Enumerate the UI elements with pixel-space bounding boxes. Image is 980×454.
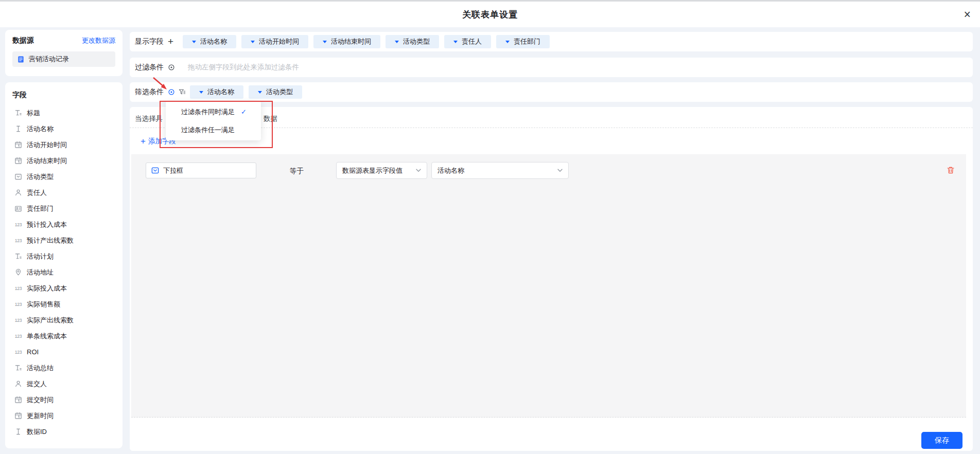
- dropdown-option-all-match[interactable]: 过滤条件同时满足 ✓: [166, 103, 261, 121]
- chevron-down-icon: [416, 169, 421, 172]
- field-item-expected-leads[interactable]: 123预计产出线索数: [12, 232, 115, 248]
- filter-conditions-row[interactable]: 过滤条件 拖动左侧字段到此处来添加过滤条件: [130, 58, 973, 77]
- tag-label: 活动结束时间: [331, 37, 371, 46]
- display-field-tag[interactable]: 活动名称: [183, 35, 236, 48]
- tag-label: 活动开始时间: [259, 37, 299, 46]
- field-label: 活动类型: [27, 172, 54, 181]
- target-icon: [168, 64, 175, 71]
- field-label: 单条线索成本: [27, 332, 67, 341]
- calendar-icon: [14, 141, 22, 149]
- number-icon: 123: [14, 318, 22, 323]
- number-icon: 123: [14, 302, 22, 307]
- field-item-update-time[interactable]: 更新时间: [12, 408, 115, 424]
- delete-condition-icon[interactable]: [947, 166, 955, 174]
- display-field-tag[interactable]: 责任人: [444, 35, 491, 48]
- caret-down-icon: [192, 41, 196, 43]
- display-field-tag[interactable]: 责任部门: [496, 35, 550, 48]
- select-icon: [14, 173, 22, 180]
- caret-down-icon: [453, 41, 458, 43]
- field-item-activity-name[interactable]: 活动名称: [12, 121, 115, 137]
- field-label: 实际销售额: [27, 300, 60, 309]
- field-item-submit-time[interactable]: 提交时间: [12, 392, 115, 408]
- field-label: 责任部门: [27, 204, 54, 213]
- display-field-tag[interactable]: 活动结束时间: [313, 35, 380, 48]
- number-icon: 123: [14, 350, 22, 355]
- field-item-activity-type[interactable]: 活动类型: [12, 169, 115, 185]
- tag-label: 活动类型: [403, 37, 430, 46]
- select-field-icon: [151, 167, 159, 174]
- close-icon[interactable]: ×: [964, 8, 971, 21]
- target-icon[interactable]: [168, 88, 175, 96]
- field-label: 责任人: [27, 188, 47, 197]
- screen-conditions-label: 筛选条件: [135, 87, 164, 97]
- display-field-tag[interactable]: 活动开始时间: [241, 35, 308, 48]
- condition-list-area: 下拉框 等于 数据源表显示字段值 活动名称: [131, 154, 966, 417]
- person-icon: [14, 189, 22, 196]
- check-icon: ✓: [241, 108, 247, 116]
- person-icon: [14, 380, 22, 388]
- field-item-expected-cost[interactable]: 123预计投入成本: [12, 216, 115, 232]
- caret-down-icon: [199, 91, 203, 94]
- field-item-activity-plan[interactable]: 活动计划: [12, 248, 115, 264]
- field-item-activity-address[interactable]: 活动地址: [12, 264, 115, 280]
- field-label: 活动开始时间: [27, 140, 67, 150]
- datasource-title: 数据源: [12, 36, 34, 45]
- fields-title: 字段: [12, 90, 115, 100]
- datasource-selected-item[interactable]: 营销活动记录: [12, 51, 115, 67]
- number-icon: 123: [14, 222, 22, 227]
- field-item-actual-sales[interactable]: 123实际销售额: [12, 296, 115, 312]
- value-select[interactable]: 活动名称: [431, 162, 569, 179]
- dropdown-option-any-match[interactable]: 过滤条件任一满足: [166, 121, 261, 139]
- field-item-submitter[interactable]: 提交人: [12, 376, 115, 392]
- field-label: 更新时间: [27, 411, 54, 421]
- value-source-select[interactable]: 数据源表显示字段值: [336, 162, 427, 179]
- display-field-tag[interactable]: 活动类型: [386, 35, 439, 48]
- dialog-header: 关联表单设置 ×: [0, 0, 980, 27]
- field-item-actual-leads[interactable]: 123实际产出线索数: [12, 312, 115, 328]
- field-item-title[interactable]: 标题: [12, 105, 115, 121]
- tag-label: 活动名称: [207, 87, 234, 97]
- field-label: 活动总结: [27, 364, 54, 373]
- display-fields-row: 显示字段 + 活动名称 活动开始时间 活动结束时间 活动类型 责任人 责任部门: [130, 32, 973, 51]
- field-label: 活动结束时间: [27, 156, 67, 166]
- field-label: 活动计划: [27, 252, 54, 261]
- field-item-start-time[interactable]: 活动开始时间: [12, 137, 115, 153]
- field-item-cost-per-lead[interactable]: 123单条线索成本: [12, 328, 115, 344]
- field-label: 预计产出线索数: [27, 236, 74, 245]
- field-item-end-time[interactable]: 活动结束时间: [12, 153, 115, 169]
- input-icon: [14, 428, 22, 435]
- panel-text-left: 当选择具: [135, 114, 163, 123]
- filter-logic-dropdown: 过滤条件同时满足 ✓ 过滤条件任一满足: [166, 101, 261, 140]
- condition-field-box[interactable]: 下拉框: [146, 162, 256, 178]
- field-item-owner[interactable]: 责任人: [12, 185, 115, 201]
- caret-down-icon: [258, 91, 262, 94]
- calendar-icon: [14, 412, 22, 420]
- caret-down-icon: [395, 41, 399, 43]
- filter-settings-icon[interactable]: [179, 88, 186, 96]
- value-label: 活动名称: [437, 166, 464, 175]
- screen-condition-tag[interactable]: 活动类型: [249, 85, 302, 99]
- field-item-actual-cost[interactable]: 123实际投入成本: [12, 280, 115, 296]
- field-item-activity-summary[interactable]: 活动总结: [12, 360, 115, 376]
- option-label: 过滤条件同时满足: [181, 107, 235, 117]
- department-icon: [14, 205, 22, 212]
- field-item-roi[interactable]: 123ROI: [12, 344, 115, 360]
- datasource-item-label: 营销活动记录: [29, 55, 69, 64]
- condition-operator: 等于: [290, 167, 304, 176]
- chevron-down-icon: [557, 169, 563, 172]
- field-label: 提交时间: [27, 395, 54, 405]
- field-label: 实际投入成本: [27, 284, 67, 293]
- field-item-data-id[interactable]: 数据ID: [12, 424, 115, 440]
- add-display-field-icon[interactable]: +: [168, 37, 173, 46]
- dialog-title: 关联表单设置: [0, 2, 980, 21]
- field-item-department[interactable]: 责任部门: [12, 201, 115, 216]
- panel-text-right: 数据: [264, 114, 277, 123]
- textarea-icon: [14, 252, 22, 260]
- number-icon: 123: [14, 286, 22, 291]
- change-datasource-link[interactable]: 更改数据源: [82, 36, 115, 45]
- field-label: 实际产出线索数: [27, 316, 74, 325]
- screen-condition-tag[interactable]: 活动名称: [190, 85, 243, 99]
- tag-label: 责任人: [462, 37, 482, 46]
- plus-icon: +: [141, 137, 146, 146]
- save-button[interactable]: 保存: [921, 432, 962, 449]
